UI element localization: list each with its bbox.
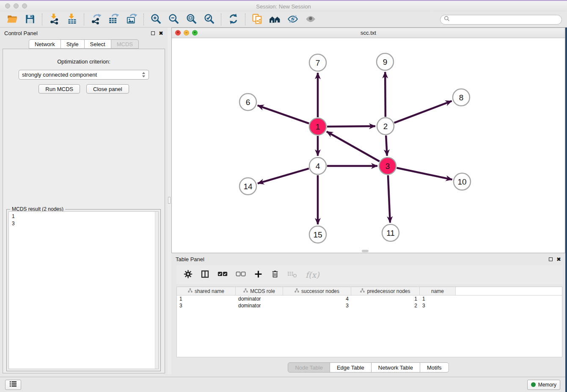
graph-node-3[interactable]: 3 — [379, 157, 396, 174]
export-image-button[interactable] — [123, 13, 140, 26]
zoom-out-button[interactable] — [165, 13, 182, 26]
result-scrollbar[interactable] — [155, 212, 158, 369]
zoom-in-button[interactable] — [147, 13, 165, 26]
graph-node-2[interactable]: 2 — [377, 118, 394, 135]
open-session-button[interactable] — [3, 13, 21, 26]
network-close-icon[interactable]: ✕ — [175, 30, 181, 36]
cell-name[interactable]: 3 — [420, 302, 456, 309]
search-box[interactable] — [440, 15, 562, 25]
tab-node-table[interactable]: Node Table — [288, 362, 330, 373]
table-row[interactable]: 1dominator411 — [177, 295, 562, 302]
table-row[interactable]: 3dominator323 — [177, 302, 562, 309]
network-graph-canvas[interactable]: 7968124314101511 — [172, 39, 565, 253]
run-mcds-button[interactable]: Run MCDS — [39, 84, 80, 94]
graph-node-8[interactable]: 8 — [453, 89, 470, 106]
tab-mcds[interactable]: MCDS — [111, 39, 139, 49]
criterion-dropdown[interactable]: strongly connected component — [19, 70, 149, 80]
close-panel-button[interactable]: Close panel — [86, 84, 129, 94]
graph-node-11[interactable]: 11 — [382, 224, 399, 241]
close-panel-icon[interactable]: ✖ — [159, 30, 163, 36]
network-minimize-icon[interactable]: − — [184, 30, 189, 36]
graph-node-15[interactable]: 15 — [309, 226, 326, 243]
zoom-selected-button[interactable] — [200, 13, 218, 26]
column-header-successor-nodes[interactable]: successor nodes — [283, 287, 351, 295]
mcds-result-list[interactable]: 13 — [8, 211, 159, 369]
column-header-mcds-role[interactable]: MCDS role — [236, 287, 283, 295]
edge-2-9[interactable] — [385, 72, 385, 117]
close-table-panel-icon[interactable]: ✖ — [556, 257, 561, 262]
tab-network-table[interactable]: Network Table — [371, 362, 420, 373]
cell-predecessor-nodes[interactable]: 2 — [351, 302, 420, 309]
export-network-button[interactable] — [87, 13, 105, 26]
graph-node-4[interactable]: 4 — [309, 157, 326, 174]
close-window-icon[interactable] — [5, 3, 10, 8]
edge-2-3[interactable] — [386, 135, 387, 156]
tab-motifs[interactable]: Motifs — [420, 362, 449, 373]
edge-3-1[interactable] — [327, 132, 380, 161]
search-input[interactable] — [452, 16, 558, 23]
graph-node-9[interactable]: 9 — [377, 53, 394, 70]
graph-node-7[interactable]: 7 — [309, 54, 326, 71]
show-all-button[interactable] — [302, 13, 319, 26]
maximize-window-icon[interactable] — [22, 3, 27, 8]
network-hscroll-handle[interactable] — [362, 250, 369, 252]
cell-predecessor-nodes[interactable]: 1 — [351, 295, 420, 302]
graph-node-10[interactable]: 10 — [454, 173, 471, 190]
mcds-result-item[interactable]: 1 — [12, 213, 155, 220]
cell-shared-name[interactable]: 3 — [177, 302, 236, 309]
divider-grip[interactable] — [168, 197, 171, 204]
export-table-button[interactable] — [105, 13, 123, 26]
network-maximize-icon[interactable]: + — [192, 30, 198, 36]
import-network-button[interactable] — [45, 13, 63, 26]
unselect-all-button[interactable] — [236, 271, 246, 279]
float-table-panel-icon[interactable] — [549, 257, 553, 261]
attribute-icon — [188, 288, 193, 294]
cell-successor-nodes[interactable]: 3 — [283, 302, 351, 309]
cell-mcds-role[interactable]: dominator — [236, 295, 283, 302]
edge-2-8[interactable] — [394, 101, 452, 123]
tab-select[interactable]: Select — [84, 39, 111, 49]
edge-1-6[interactable] — [258, 105, 309, 124]
tab-network[interactable]: Network — [29, 39, 61, 49]
cell-successor-nodes[interactable]: 4 — [283, 295, 351, 302]
cell-shared-name[interactable]: 1 — [177, 295, 236, 302]
save-session-button[interactable] — [21, 13, 39, 26]
graph-node-14[interactable]: 14 — [239, 178, 256, 195]
edge-4-14[interactable] — [258, 168, 309, 183]
float-panel-icon[interactable] — [151, 31, 155, 35]
edge-3-10[interactable] — [397, 168, 452, 180]
network-graph[interactable]: 7968124314101511 — [172, 39, 565, 253]
memory-button[interactable]: Memory — [527, 380, 560, 390]
hide-selected-button[interactable] — [284, 13, 302, 26]
task-history-button[interactable] — [5, 380, 21, 390]
mcds-result-item[interactable]: 3 — [12, 220, 155, 227]
column-header-predecessor-nodes[interactable]: predecessor nodes — [351, 287, 420, 295]
tab-edge-table[interactable]: Edge Table — [330, 362, 372, 373]
column-header-shared-name[interactable]: shared name — [177, 287, 236, 295]
column-header-name[interactable]: name — [420, 287, 456, 295]
edge-1-2[interactable] — [327, 126, 375, 127]
graph-node-6[interactable]: 6 — [239, 94, 256, 110]
settings-button[interactable] — [184, 270, 193, 280]
tab-style[interactable]: Style — [61, 39, 85, 49]
panel-divider[interactable] — [168, 28, 171, 374]
refresh-view-button[interactable] — [224, 13, 242, 26]
zoom-fit-button[interactable] — [182, 13, 200, 26]
delete-row-button[interactable] — [271, 270, 279, 280]
show-columns-button[interactable] — [201, 270, 209, 280]
cell-name[interactable]: 1 — [420, 295, 456, 302]
edge-3-11[interactable] — [388, 175, 390, 223]
toolbar-separator — [42, 14, 42, 25]
select-all-button[interactable] — [217, 271, 228, 279]
network-title: scc.txt — [361, 30, 376, 36]
graph-node-1[interactable]: 1 — [309, 118, 326, 135]
home-layout-button[interactable] — [266, 13, 284, 26]
node-table[interactable]: shared nameMCDS rolesuccessor nodesprede… — [176, 287, 562, 357]
unselect-all-icon — [236, 271, 246, 279]
import-table-button[interactable] — [63, 13, 81, 26]
add-row-button[interactable] — [254, 270, 263, 280]
cell-mcds-role[interactable]: dominator — [236, 302, 283, 309]
copy-network-view-button[interactable] — [248, 13, 266, 26]
toolbar-separator — [143, 14, 144, 25]
minimize-window-icon[interactable] — [14, 3, 19, 8]
